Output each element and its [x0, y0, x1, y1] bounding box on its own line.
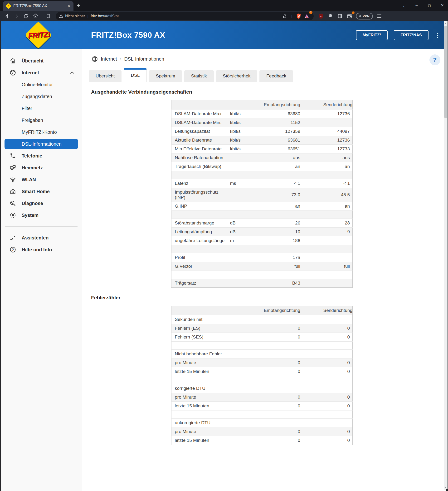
- fritznas-button[interactable]: FRITZ!NAS: [394, 30, 429, 40]
- sidebar-item-system[interactable]: System: [1, 209, 82, 221]
- table-spacer-row: [171, 342, 353, 350]
- browser-tab[interactable]: F FRITZ!Box 7590 AX ×: [3, 1, 73, 11]
- sidebar-item-diagnose[interactable]: Diagnose: [1, 197, 82, 209]
- table-row: Aktuelle Datenratekbit/s6368112736: [171, 136, 353, 145]
- help-icon: ?: [9, 246, 16, 253]
- sidebar-panel-icon[interactable]: [336, 12, 344, 20]
- sidebar-item-hilfe-und-info[interactable]: ?Hilfe und Info: [1, 244, 82, 255]
- sidebar-item-label: System: [22, 213, 39, 218]
- sidebar-item-dsl-informationen[interactable]: DSL-Informationen: [5, 139, 78, 149]
- row-label: Sekunden mit: [171, 315, 230, 324]
- table-row: Profil17a: [171, 253, 353, 262]
- share-icon[interactable]: [281, 12, 289, 20]
- row-unit: kbit/s: [230, 127, 254, 136]
- sidebar-item-heimnetz[interactable]: Heimnetz: [1, 162, 82, 174]
- sidebar-item-assistenten[interactable]: Assistenten: [1, 232, 82, 244]
- sidebar-item-wlan[interactable]: WLAN: [1, 174, 82, 186]
- home-icon[interactable]: [31, 12, 39, 20]
- url-host: fritz.box: [91, 14, 104, 18]
- menu-hamburger-icon[interactable]: [375, 12, 383, 20]
- row-label: Impulsstörungsschutz (INP): [171, 188, 230, 202]
- sidebar-item-label: Smart Home: [22, 189, 50, 194]
- sidebar-item-telefonie[interactable]: Telefonie: [1, 150, 82, 162]
- row-label: DSLAM-Datenrate Min.: [171, 118, 230, 127]
- table-spacer-row: [171, 271, 353, 279]
- help-button[interactable]: ?: [429, 54, 440, 65]
- page-tabs: ÜbersichtDSLSpektrumStatistikStörsicherh…: [89, 68, 448, 82]
- sidebar-item-zugangsdaten[interactable]: Zugangsdaten: [1, 91, 82, 102]
- row-label: Leitungskapazität: [171, 127, 230, 136]
- tab-übersicht[interactable]: Übersicht: [89, 70, 122, 82]
- tab-feedback[interactable]: Feedback: [259, 70, 293, 82]
- sidebar-item-label: Zugangsdaten: [22, 94, 52, 99]
- row-unit: dB: [230, 227, 254, 236]
- row-label: letzte 15 Minuten: [171, 367, 230, 376]
- sidebar-item-internet[interactable]: Internet: [1, 67, 82, 79]
- table-row: Impulsstörungsschutz (INP)73.045.5: [171, 188, 353, 202]
- sidebar-item-freigaben[interactable]: Freigaben: [1, 114, 82, 126]
- tab-störsicherheit[interactable]: Störsicherheit: [216, 70, 257, 82]
- section-title: Fehlerzähler: [91, 295, 448, 301]
- row-unit: [230, 436, 254, 445]
- assistant-icon: [9, 234, 16, 241]
- scrollbar-thumb[interactable]: [444, 26, 447, 118]
- extensions-puzzle-icon[interactable]: [326, 12, 335, 20]
- breadcrumb-section[interactable]: Internet: [101, 56, 117, 62]
- tab-close-icon[interactable]: ×: [67, 4, 71, 9]
- sidebar-item-myfritz-konto[interactable]: MyFRITZ!-Konto: [1, 126, 82, 138]
- tab-search-icon[interactable]: ⌄: [400, 3, 407, 8]
- row-label: Min Effektive Datenrate: [171, 145, 230, 153]
- tab-dsl[interactable]: DSL: [124, 68, 147, 82]
- table-row: pro Minute00: [171, 359, 353, 367]
- row-unit: [230, 359, 254, 367]
- close-button[interactable]: ✕: [439, 3, 446, 8]
- row-label: unkorrigierte DTU: [171, 419, 230, 427]
- row-value-rx: 0: [254, 333, 300, 342]
- brave-shields-icon[interactable]: [295, 12, 303, 20]
- sidebar-item-filter[interactable]: Filter: [1, 102, 82, 114]
- header-kebab-menu-icon[interactable]: ⋮: [435, 34, 441, 36]
- row-value-rx: full: [254, 262, 300, 271]
- ublock-icon[interactable]: uO: [317, 12, 325, 20]
- sidebar-item-smart-home[interactable]: Smart Home: [1, 186, 82, 197]
- tab-statistik[interactable]: Statistik: [184, 70, 214, 82]
- row-label: Latenz: [171, 179, 230, 188]
- row-value-tx: [300, 253, 353, 262]
- sidebar-item-online-monitor[interactable]: Online-Monitor: [1, 79, 82, 91]
- app-header: FRITZ! FRITZ!Box 7590 AX MyFRITZ! FRITZ!…: [0, 21, 448, 49]
- brave-rewards-icon[interactable]: 1: [303, 12, 311, 20]
- tab-spektrum[interactable]: Spektrum: [149, 70, 182, 82]
- sidebar-item-übersicht[interactable]: Übersicht: [1, 55, 82, 67]
- row-unit: [230, 253, 254, 262]
- sidebar-item-label: MyFRITZ!-Konto: [22, 130, 57, 135]
- row-label: letzte 15 Minuten: [171, 436, 230, 445]
- wallet-icon[interactable]: [346, 12, 354, 20]
- myfritz-button[interactable]: MyFRITZ!: [356, 30, 388, 40]
- vpn-button[interactable]: VPN: [356, 13, 373, 19]
- col-header: Empfangsrichtung: [254, 306, 300, 315]
- row-unit: [230, 188, 254, 202]
- row-value-tx: 0: [300, 436, 353, 445]
- row-value-tx: 0: [300, 333, 353, 342]
- col-header: Senderichtung: [300, 100, 353, 110]
- chevron-up-icon[interactable]: [69, 70, 75, 76]
- maximize-button[interactable]: ▢: [426, 4, 433, 7]
- vertical-scrollbar[interactable]: ▲ ▼: [444, 21, 448, 490]
- browser-toolbar: Nicht sicher | fritz.box/#dslStat | 1 uO…: [0, 11, 448, 21]
- reload-icon[interactable]: [22, 12, 30, 20]
- row-value-rx: 63680: [254, 110, 300, 118]
- sidebar-item-label: Internet: [22, 70, 39, 76]
- smarthome-icon: [9, 188, 16, 195]
- row-value-tx: 0: [300, 367, 353, 376]
- new-tab-button[interactable]: +: [77, 2, 80, 9]
- address-bar[interactable]: Nicht sicher | fritz.box/#dslStat | 1: [56, 12, 314, 20]
- minimize-button[interactable]: –: [413, 3, 420, 8]
- fritz-logo[interactable]: FRITZ!: [1, 21, 82, 49]
- row-value-tx: [300, 384, 353, 393]
- scroll-up-icon[interactable]: ▲: [444, 21, 448, 25]
- row-unit: ms: [230, 179, 254, 188]
- back-icon[interactable]: [3, 12, 11, 20]
- bookmark-icon[interactable]: [44, 12, 52, 20]
- forward-icon[interactable]: [12, 12, 20, 20]
- table-row: G.Vectorfullfull: [171, 262, 353, 271]
